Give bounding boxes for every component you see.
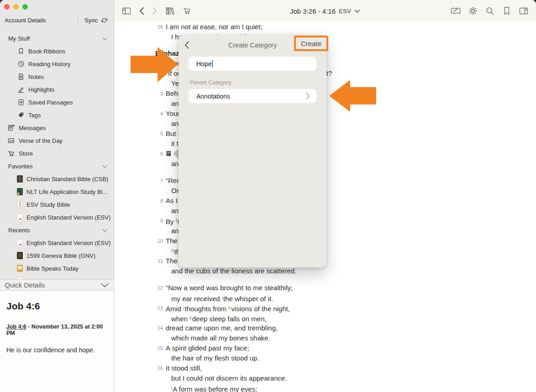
sidebar-item-notes[interactable]: Notes: [0, 70, 114, 83]
cover-esv-study: [17, 201, 23, 208]
parent-category-row[interactable]: Annotations: [189, 89, 316, 103]
cover-esv: [17, 239, 23, 246]
sidebar-item-label: Notes: [28, 73, 44, 80]
create-category-popup: Create Category Create Hope Parent Categ…: [179, 35, 326, 267]
sidebar: Account Details Sync My StuffBook Ribbon…: [0, 0, 114, 392]
verse-text: my ear received: [171, 295, 222, 303]
sidebar-item-1599-geneva-bible-gnv[interactable]: 1599 Geneva Bible (GNV): [0, 249, 114, 262]
sidebar-item-label: Store: [19, 150, 33, 157]
sidebar-item-tags[interactable]: Tags: [0, 109, 114, 121]
back-chevron-icon[interactable]: [184, 41, 189, 51]
quick-details-label: Quick Details: [5, 281, 100, 289]
verse-number: 3: [114, 89, 163, 99]
sync-label: Sync: [84, 17, 98, 24]
verse-number: 8: [114, 196, 163, 206]
saved-passages-icon: [17, 99, 25, 106]
chevron-down-icon: [102, 163, 107, 170]
sidebar-item-label: Reading History: [28, 61, 71, 68]
sidebar-item-reading-history[interactable]: Reading History: [0, 57, 114, 70]
verse-number: 16: [114, 363, 163, 374]
popup-title: Create Category: [228, 42, 277, 49]
note-text: He is our confidence and hope.: [6, 346, 107, 354]
bible-line: and the cubs of the lioness are scattere…: [114, 266, 536, 276]
account-details-button[interactable]: Account Details: [5, 17, 46, 24]
cross-reference-letter[interactable]: l: [171, 386, 172, 391]
bible-line: when kdeep sleep falls on men,: [114, 313, 536, 323]
create-button[interactable]: Create: [301, 40, 321, 47]
cross-reference-letter[interactable]: j: [183, 305, 184, 310]
sidebar-item-label: Verse of the Day: [19, 137, 63, 144]
verse-text: the hair of my flesh stood up.: [171, 354, 259, 362]
cross-reference-letter[interactable]: h: [171, 248, 174, 253]
sidebar-item-store[interactable]: Store: [0, 147, 114, 160]
sidebar-item-label: Highlights: [28, 86, 54, 93]
cover-gnv: [17, 252, 23, 259]
cross-reference-letter[interactable]: k: [228, 305, 231, 310]
parent-category-value: Annotations: [196, 93, 230, 100]
verse-text: dread came upon me, and trembling,: [166, 324, 278, 332]
verse-note-icon[interactable]: [166, 151, 172, 157]
category-name-input[interactable]: Hope: [189, 57, 316, 71]
sidebar-item-messages[interactable]: Messages: [0, 121, 114, 134]
quick-details-panel: Job 4:6 Job 4:6 - November 13, 2025 at 2…: [0, 291, 114, 392]
store-cart-icon[interactable]: [183, 6, 193, 16]
cart-icon: [7, 150, 15, 157]
back-button[interactable]: [138, 6, 145, 16]
section-label: Recents: [8, 227, 102, 234]
bible-line: 13Amid jthoughts from kvisions of the ni…: [114, 303, 536, 313]
sidebar-item-verse-of-the-day[interactable]: Verse of the Day: [0, 134, 114, 147]
library-icon[interactable]: [165, 6, 176, 16]
sidebar-item-english-standard-version-esv[interactable]: English Standard Version (ESV): [0, 211, 114, 224]
sidebar-item-bible-speaks-today[interactable]: Bible Speaks Today: [0, 262, 114, 275]
minimize-button[interactable]: [13, 4, 19, 10]
note-reference-link[interactable]: Job 4:6: [6, 324, 26, 330]
sidebar-item-label: NLT Life Application Study Bi...: [26, 188, 107, 195]
sidebar-section-my-stuff[interactable]: My Stuff: [0, 32, 114, 45]
sidebar-item-label: Book Ribbons: [28, 48, 65, 55]
verse-text: but I could not discern its appearance.: [171, 374, 287, 382]
sidebar-toggle-icon[interactable]: [121, 6, 131, 16]
chevron-down-icon: [102, 227, 107, 234]
sidebar-item-highlights[interactable]: Highlights: [0, 83, 114, 96]
cross-reference-letter[interactable]: i: [222, 295, 223, 300]
settings-gear-icon[interactable]: [468, 6, 478, 16]
bookmark-icon: [17, 47, 25, 55]
verse-text: the whisper of it.: [223, 295, 273, 303]
tag-icon: [17, 111, 25, 119]
verse-text: “Now a word was brought to me stealthily…: [166, 284, 293, 292]
translation-label: ESV: [339, 8, 351, 15]
forward-button[interactable]: [152, 6, 158, 16]
verse-text: It stood still,: [166, 364, 202, 372]
verse-number: 4: [114, 109, 163, 119]
sidebar-item-saved-passages[interactable]: Saved Passages: [0, 96, 114, 109]
verse-text: I am not at ease, nor am I quiet;: [166, 23, 263, 31]
bible-line: 14dread came upon me, and trembling,: [114, 323, 536, 333]
divider: [78, 15, 78, 25]
sync-button[interactable]: Sync: [84, 16, 108, 24]
bookmark-icon[interactable]: [502, 6, 512, 16]
close-button[interactable]: [4, 4, 10, 10]
verse-text: which made all my bones shake.: [171, 334, 270, 342]
sidebar-section-favorites[interactable]: Favorites: [0, 160, 114, 172]
sidebar-item-christian-standard-bible-csb[interactable]: Christian Standard Bible (CSB): [0, 172, 114, 185]
sidebar-section-recents[interactable]: Recents: [0, 224, 114, 236]
app-window: Account Details Sync My StuffBook Ribbon…: [0, 0, 536, 392]
verse-number: 1: [114, 58, 163, 69]
sidebar-item-esv-study-bible[interactable]: ESV Study Bible: [0, 198, 114, 211]
verse-number: 11: [114, 256, 163, 267]
search-icon[interactable]: [485, 6, 495, 16]
split-view-icon[interactable]: [519, 6, 529, 16]
bible-line: but I could not discern its appearance.: [114, 373, 536, 383]
sidebar-item-english-standard-version-esv[interactable]: English Standard Version (ESV): [0, 236, 114, 249]
zoom-button[interactable]: [22, 4, 28, 10]
sidebar-item-nlt-life-application-study-bi[interactable]: NLT Life Application Study Bi...: [0, 185, 114, 198]
reading-plan-icon[interactable]: [450, 6, 461, 16]
bible-line: 26I am not at ease, nor am I quiet;: [114, 22, 536, 32]
verse-number: 14: [114, 323, 163, 334]
cross-reference-letter[interactable]: k: [189, 315, 192, 320]
popup-header: Create Category Create: [179, 35, 326, 56]
verse-number: 10: [114, 236, 163, 246]
quick-details-bar[interactable]: Quick Details: [0, 279, 114, 291]
bible-line: 12“Now a word was brought to me stealthi…: [114, 283, 536, 293]
sidebar-item-book-ribbons[interactable]: Book Ribbons: [0, 45, 114, 57]
